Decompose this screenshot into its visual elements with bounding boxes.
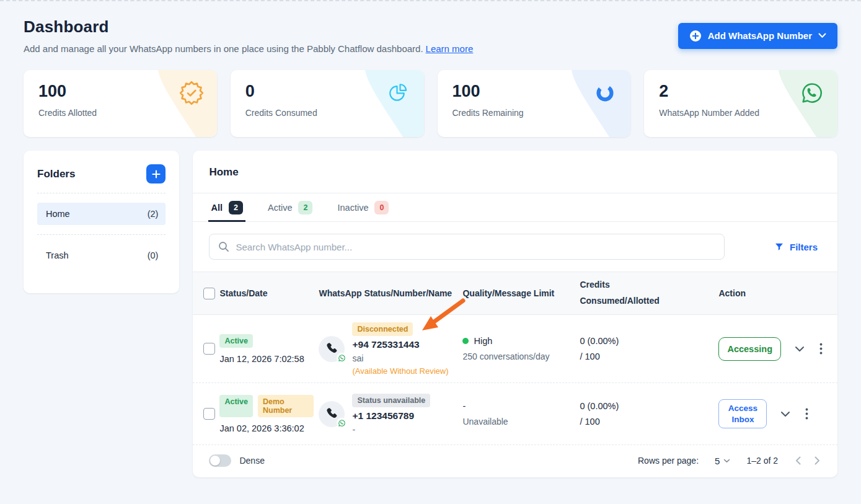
row-checkbox[interactable] [203,408,215,420]
row-checkbox-cell [193,408,219,420]
divider [37,234,166,235]
table-footer: Dense Rows per page: 5 1–2 of 2 [193,445,837,477]
tab-count-badge: 2 [298,201,312,214]
tab-inactive[interactable]: Inactive 0 [336,193,390,221]
table-header: Status/Date WhatsApp Status/Number/Name … [193,272,837,315]
chevron-left-icon [795,456,801,465]
accessing-button[interactable]: Accessing [718,337,781,361]
tab-active[interactable]: Active 2 [267,193,314,221]
whatsapp-number: +94 725331443 [352,339,448,350]
row-checkbox[interactable] [203,343,215,355]
credits-consumed: 0 (0.00%) [580,401,704,411]
action-cell: Accessing [709,337,837,361]
whatsapp-icon [800,81,824,105]
stat-card-credits-allotted: 100 Credits Allotted [24,70,217,137]
column-header-status-date: Status/Date [219,288,319,298]
status-date-cell: Active Demo Number Jan 02, 2026 3:36:02 [219,395,319,433]
toggle-knob [210,456,220,466]
select-all-checkbox[interactable] [203,288,215,299]
expand-row-button[interactable] [793,345,806,353]
row-date: Jan 12, 2026 7:02:58 [219,354,314,364]
expand-row-button[interactable] [779,410,792,418]
quality-cell: - Unavailable [462,401,580,427]
search-row: Filters [193,222,837,272]
folders-title: Folders [37,168,75,180]
panel-title: Home [209,166,821,179]
credits-cell: 0 (0.00%) / 100 [580,401,709,427]
badge-check-icon [179,81,204,105]
stat-card-credits-consumed: 0 Credits Consumed [231,70,424,137]
chevron-down-icon [780,411,790,417]
previous-page-button[interactable] [794,455,802,466]
whatsapp-mini-icon [337,353,347,363]
dashboard-page: Dashboard Add and manage all your WhatsA… [0,1,861,504]
page-title: Dashboard [24,17,473,37]
column-header-quality: Quality/Message Limit [462,288,580,298]
row-menu-button[interactable] [804,407,810,421]
dense-toggle[interactable] [209,454,231,467]
tabs-row: All 2 Active 2 Inactive 0 [193,193,837,222]
content-row: Folders Home (2) Trash (0) Home [24,151,837,477]
filters-button[interactable]: Filters [774,242,821,252]
demo-number-badge: Demo Number [258,395,314,417]
next-page-button[interactable] [813,455,821,466]
tab-count-badge: 0 [374,201,389,214]
filters-label: Filters [790,242,818,252]
row-date: Jan 02, 2026 3:36:02 [219,423,314,433]
credits-allotted: / 100 [580,417,704,427]
tab-all[interactable]: All 2 [210,193,244,221]
quality-dot [462,338,469,344]
whatsapp-name: sai [352,353,448,363]
folder-label: Home [46,209,70,219]
whatsapp-number: +1 123456789 [352,410,430,422]
search-box[interactable] [209,234,725,260]
rows-per-page-select[interactable]: 5 [715,456,730,466]
folder-item-home[interactable]: Home (2) [37,203,166,225]
tab-label: Active [268,203,293,213]
column-header-whatsapp: WhatsApp Status/Number/Name [319,288,462,298]
whatsapp-cell: Status unavailable +1 123456789 - [319,394,462,435]
kebab-menu-icon [819,343,823,355]
quality-cell: High 250 conversations/day [462,336,580,361]
connection-status-badge: Disconnected [352,322,413,336]
phone-icon [325,342,338,355]
pagination-controls: Rows per page: 5 1–2 of 2 [638,455,821,466]
kebab-menu-icon [805,408,808,420]
message-limit: 250 conversations/day [462,351,575,361]
page-subtitle: Add and manage all your WhatsApp numbers… [24,43,473,54]
table-row: Active Jan 12, 2026 7:02:58 [193,315,837,383]
rows-per-page-label: Rows per page: [638,456,699,466]
row-menu-button[interactable] [818,342,824,356]
panel-header: Home [193,151,837,193]
learn-more-link[interactable]: Learn more [426,43,474,54]
stats-row: 100 Credits Allotted 0 Credits Consumed … [24,70,837,137]
stat-card-whatsapp-numbers: 2 WhatsApp Number Added [644,70,837,137]
row-checkbox-cell [193,343,219,355]
whatsapp-name: - [352,425,430,435]
pie-chart-icon [386,81,411,105]
search-input[interactable] [236,242,715,252]
stat-card-credits-remaining: 100 Credits Remaining [438,70,631,137]
column-header-credits: Credits Consumed/Allotted [580,277,709,309]
header-text: Dashboard Add and manage all your WhatsA… [24,17,473,54]
numbers-panel: Home All 2 Active 2 Inactive 0 [193,151,837,477]
folder-item-trash[interactable]: Trash (0) [37,244,166,267]
phone-avatar [319,336,345,362]
status-badge: Active [219,395,253,417]
quality-level: - [462,401,466,411]
divider [37,193,166,193]
plus-icon [151,169,161,179]
chevron-down-icon [723,459,730,463]
add-button-label: Add WhatsApp Number [708,30,812,41]
whatsapp-mini-icon [337,418,347,428]
message-limit: Unavailable [462,417,575,427]
folders-panel: Folders Home (2) Trash (0) [24,151,179,293]
add-folder-button[interactable] [146,164,166,183]
phone-avatar [319,401,345,427]
access-inbox-button[interactable]: Access Inbox [718,399,767,428]
add-whatsapp-number-button[interactable]: Add WhatsApp Number [678,23,837,49]
header-checkbox-cell [193,288,219,299]
subtitle-text: Add and manage all your WhatsApp numbers… [24,43,423,54]
chevron-down-icon [818,33,826,38]
credits-allotted: / 100 [580,351,704,361]
